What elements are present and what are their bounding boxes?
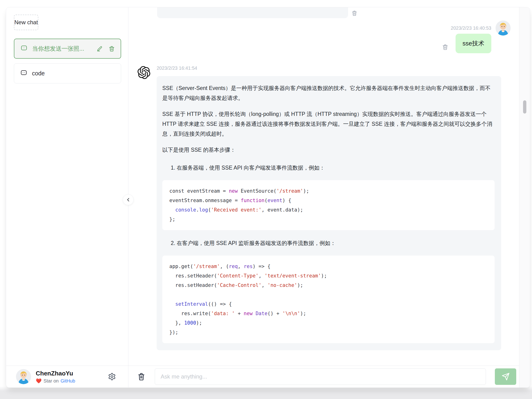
openai-logo-icon xyxy=(137,66,151,79)
github-link[interactable]: GitHub xyxy=(60,378,75,384)
composer xyxy=(128,366,519,387)
chevron-left-icon xyxy=(125,197,131,203)
star-text: Star on xyxy=(44,378,58,384)
chat-title: code xyxy=(32,70,116,77)
assistant-message: 2023/2/23 16:41:54 SSE（Server-Sent Event… xyxy=(137,65,519,350)
list-item: 1. 在服务器端，使用 SSE API 向客户端发送事件流数据，例如： xyxy=(165,163,495,173)
trash-icon xyxy=(351,10,357,16)
sidebar-item-active-chat[interactable]: 当你想发送一张照... xyxy=(14,39,121,59)
paragraph: 以下是使用 SSE 的基本步骤： xyxy=(162,145,495,155)
app-window: New chat 当你想发送一张照... xyxy=(6,7,530,388)
sidebar-item-code-chat[interactable]: code xyxy=(14,63,121,83)
code-block-client: app.get('/stream', (req, res) => { res.s… xyxy=(162,255,495,343)
collapse-sidebar-button[interactable] xyxy=(123,194,133,205)
scrollbar-track[interactable] xyxy=(519,7,530,387)
username: ChenZhaoYu xyxy=(36,370,103,377)
user-info: ChenZhaoYu ❤️ Star on GitHub xyxy=(36,370,103,384)
trash-icon xyxy=(442,44,449,50)
user-message-bubble: sse技术 xyxy=(456,34,491,53)
sidebar: New chat 当你想发送一张照... xyxy=(6,7,128,387)
assistant-message-bubble: SSE（Server-Sent Events）是一种用于实现服务器向客户端推送数… xyxy=(157,76,501,350)
user-avatar xyxy=(16,369,31,384)
message-input[interactable] xyxy=(155,368,486,385)
sidebar-footer: ChenZhaoYu ❤️ Star on GitHub xyxy=(6,366,128,387)
user-avatar xyxy=(495,20,511,36)
chat-panel: 2023/2/23 16:40:53 xyxy=(128,7,519,387)
list-item: 2. 在客户端，使用 SSE API 监听服务器端发送的事件流数据，例如： xyxy=(165,238,495,248)
previous-message-bubble-partial xyxy=(157,7,348,18)
edit-chat-button[interactable] xyxy=(96,45,103,52)
paragraph: SSE（Server-Sent Events）是一种用于实现服务器向客户端推送数… xyxy=(162,83,495,103)
chat-bubble-icon xyxy=(20,69,27,78)
send-button[interactable] xyxy=(495,368,516,385)
message-scroll-area[interactable]: 2023/2/23 16:40:53 xyxy=(128,7,519,366)
chat-title: 当你想发送一张照... xyxy=(32,45,91,52)
trash-icon xyxy=(137,372,146,381)
new-chat-button[interactable]: New chat xyxy=(14,15,38,30)
paragraph: SSE 基于 HTTP 协议，使用长轮询（long-polling）或 HTTP… xyxy=(162,109,495,139)
trash-icon xyxy=(108,46,115,52)
send-icon xyxy=(502,373,510,381)
delete-chat-button[interactable] xyxy=(108,45,115,52)
message-timestamp: 2023/2/23 16:41:54 xyxy=(157,65,501,71)
star-on-github: ❤️ Star on GitHub xyxy=(36,378,103,384)
code-block-server: const eventStream = new EventSource('/st… xyxy=(162,180,495,230)
heart-icon: ❤️ xyxy=(36,378,42,384)
delete-message-button[interactable] xyxy=(351,10,357,16)
user-message: 2023/2/23 16:40:53 xyxy=(137,20,519,53)
delete-message-button[interactable] xyxy=(442,44,449,50)
sidebar-chat-list: New chat 当你想发送一张照... xyxy=(6,7,128,366)
settings-button[interactable] xyxy=(108,373,116,381)
gear-icon xyxy=(108,373,116,381)
chat-bubble-icon xyxy=(20,45,27,53)
clear-conversation-button[interactable] xyxy=(137,372,146,381)
scrollbar-thumb[interactable] xyxy=(523,100,526,113)
message-timestamp: 2023/2/23 16:40:53 xyxy=(451,26,491,31)
pencil-icon xyxy=(96,46,103,52)
